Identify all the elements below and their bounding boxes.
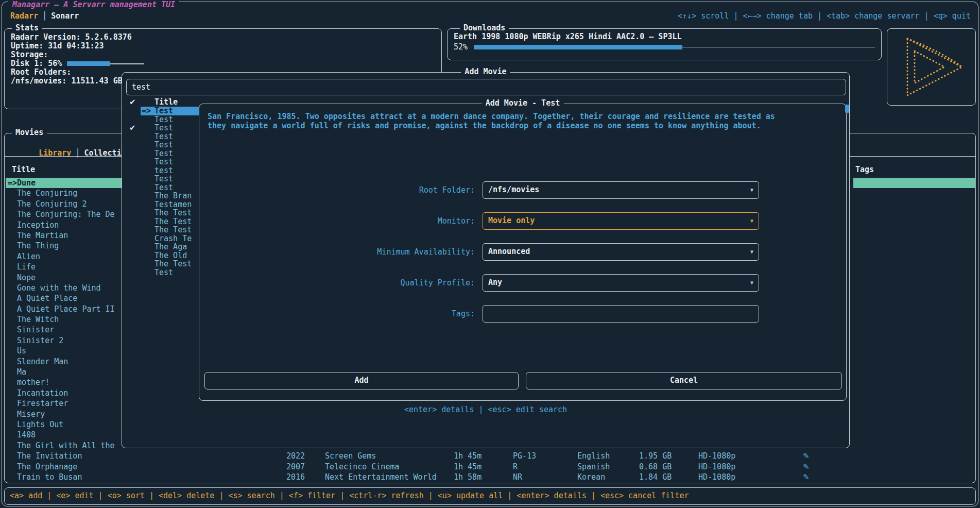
search-result-row[interactable]: The Test bbox=[125, 226, 201, 234]
movie-table-row[interactable]: 2022 Screen Gems 1h 45m PG-13 English 1.… bbox=[5, 451, 975, 461]
monitor-value: Movie only bbox=[488, 216, 535, 225]
movie-row[interactable]: The Conjuring bbox=[6, 188, 125, 198]
search-result-row[interactable]: Test bbox=[125, 141, 201, 149]
movie-row[interactable]: Nope bbox=[6, 273, 125, 283]
stats-disk-line: Disk 1: 56% bbox=[11, 59, 441, 68]
cancel-button[interactable]: Cancel bbox=[526, 372, 842, 390]
in-library-check bbox=[125, 115, 141, 124]
monitor-select[interactable]: Movie only▼ bbox=[483, 212, 759, 230]
quality-profile-value: Any bbox=[488, 278, 502, 287]
movie-row[interactable]: The Conjuring: The De bbox=[6, 209, 125, 219]
in-library-check bbox=[125, 251, 141, 260]
tab-sonarr[interactable]: Sonarr bbox=[49, 11, 81, 21]
movie-row[interactable]: mother! bbox=[6, 377, 125, 387]
quality-profile-select[interactable]: Any▼ bbox=[483, 274, 759, 292]
movie-row[interactable]: The Conjuring 2 bbox=[6, 199, 125, 209]
movie-table-row[interactable]: 2016 Next Entertainment World 1h 58m NR … bbox=[5, 472, 975, 482]
in-library-check: ✔ bbox=[125, 124, 141, 132]
movie-title: Misery bbox=[17, 409, 45, 419]
arrow-spacer bbox=[6, 335, 17, 346]
search-result-row[interactable]: Testamen bbox=[125, 200, 201, 209]
movie-row[interactable]: Misery bbox=[6, 409, 125, 419]
arrow-spacer bbox=[6, 377, 17, 387]
edit-icon[interactable]: ✎ bbox=[803, 451, 810, 461]
tab-radarr[interactable]: Radarr bbox=[8, 11, 40, 21]
movie-row[interactable]: The Martian bbox=[6, 230, 125, 241]
arrow-spacer bbox=[141, 200, 154, 209]
movie-table-row[interactable]: 2007 Telecinco Cinema 1h 45m R Spanish 0… bbox=[5, 462, 975, 472]
movie-row[interactable]: Sinister 2 bbox=[6, 335, 125, 346]
in-library-check bbox=[125, 268, 141, 277]
add-movie-search-input[interactable] bbox=[126, 79, 846, 95]
arrow-spacer bbox=[6, 357, 17, 367]
cell-size: 0.68 GB bbox=[639, 462, 672, 472]
search-result-row[interactable]: Test bbox=[125, 183, 201, 192]
movie-row[interactable]: Slender Man bbox=[6, 357, 125, 367]
search-result-row[interactable]: The Test bbox=[125, 209, 201, 217]
tags-cell-selected[interactable] bbox=[853, 178, 975, 188]
movie-row[interactable]: Inception bbox=[6, 220, 125, 230]
movie-row[interactable]: 1408 bbox=[6, 430, 125, 440]
movie-row[interactable]: Life bbox=[6, 262, 125, 272]
tags-input[interactable] bbox=[483, 305, 759, 323]
search-result-row[interactable]: The Bran bbox=[125, 192, 201, 200]
movie-row[interactable]: The Girl with All the bbox=[6, 441, 125, 451]
movie-row[interactable]: Firestarter bbox=[6, 398, 125, 409]
app-title: Managarr — A Servarr management TUI bbox=[8, 0, 179, 10]
search-result-row[interactable]: test bbox=[125, 166, 201, 175]
movie-row[interactable]: Lights Out bbox=[6, 419, 125, 430]
cell-year: 2016 bbox=[286, 472, 305, 482]
movie-row[interactable]: The Witch bbox=[6, 314, 125, 325]
movie-row[interactable]: The Thing bbox=[6, 241, 125, 251]
results-scrollbar-thumb[interactable] bbox=[845, 105, 849, 113]
arrow-spacer bbox=[6, 209, 17, 219]
add-movie-panel: Add Movie ✔ Title =>Test Test ✔Test Test… bbox=[122, 72, 850, 448]
edit-icon[interactable]: ✎ bbox=[803, 462, 810, 472]
movie-row[interactable]: Us bbox=[6, 346, 125, 356]
movie-title: The Conjuring bbox=[17, 188, 77, 198]
search-result-row[interactable]: Test bbox=[125, 132, 201, 141]
search-result-row[interactable]: The Test bbox=[125, 260, 201, 268]
movie-title: Dune bbox=[17, 178, 36, 188]
result-title: The Bran bbox=[154, 192, 192, 200]
cell-year: 2007 bbox=[286, 462, 305, 472]
tags-label: Tags: bbox=[199, 305, 475, 323]
root-folder-select[interactable]: /nfs/movies▼ bbox=[483, 181, 759, 199]
search-result-row[interactable]: Test bbox=[125, 158, 201, 166]
storage-label: Storage: bbox=[11, 50, 48, 59]
cell-studio: Telecinco Cinema bbox=[325, 462, 400, 472]
search-result-row[interactable]: Test bbox=[125, 115, 201, 124]
uptime-value: 31d 04:31:23 bbox=[48, 42, 104, 50]
movie-row[interactable]: Ma bbox=[6, 367, 125, 377]
search-result-row[interactable]: The Old bbox=[125, 251, 201, 260]
arrow-spacer bbox=[6, 398, 17, 409]
movie-row[interactable]: A Quiet Place bbox=[6, 293, 125, 303]
movie-row[interactable]: Incantation bbox=[6, 388, 125, 398]
edit-icon[interactable]: ✎ bbox=[803, 472, 810, 482]
search-result-row[interactable]: Crash Te bbox=[125, 234, 201, 243]
movie-row[interactable]: Gone with the Wind bbox=[6, 283, 125, 293]
search-result-row[interactable]: The Aga bbox=[125, 243, 201, 251]
movie-row-selected[interactable]: =>Dune bbox=[6, 178, 125, 188]
search-result-row[interactable]: Test bbox=[125, 149, 201, 158]
cell-size: 1.95 GB bbox=[639, 451, 672, 461]
tags-row: Tags: bbox=[199, 305, 846, 323]
search-result-row[interactable]: The Test bbox=[125, 217, 201, 226]
arrow-spacer bbox=[6, 419, 17, 430]
search-result-row-selected[interactable]: =>Test bbox=[125, 107, 201, 115]
result-title: Test bbox=[154, 115, 173, 124]
result-title: Test bbox=[154, 175, 173, 183]
movie-row[interactable]: A Quiet Place Part II bbox=[6, 304, 125, 314]
search-result-row[interactable]: Test bbox=[125, 268, 201, 277]
movie-row[interactable]: Alien bbox=[6, 251, 125, 262]
minimum-availability-select[interactable]: Announced▼ bbox=[483, 243, 759, 261]
disk-percent: 56% bbox=[48, 59, 62, 68]
search-result-row[interactable]: ✔Test bbox=[125, 124, 201, 132]
add-button[interactable]: Add bbox=[204, 372, 519, 390]
keybind-help-modal: <enter> details | <esc> edit search bbox=[122, 405, 849, 414]
movie-row[interactable]: Sinister bbox=[6, 325, 125, 335]
movie-title: Alien bbox=[17, 251, 40, 262]
search-results-list: ✔ Title =>Test Test ✔Test Test Test Test… bbox=[125, 97, 201, 277]
in-library-check bbox=[125, 141, 141, 149]
search-result-row[interactable]: Test bbox=[125, 175, 201, 183]
